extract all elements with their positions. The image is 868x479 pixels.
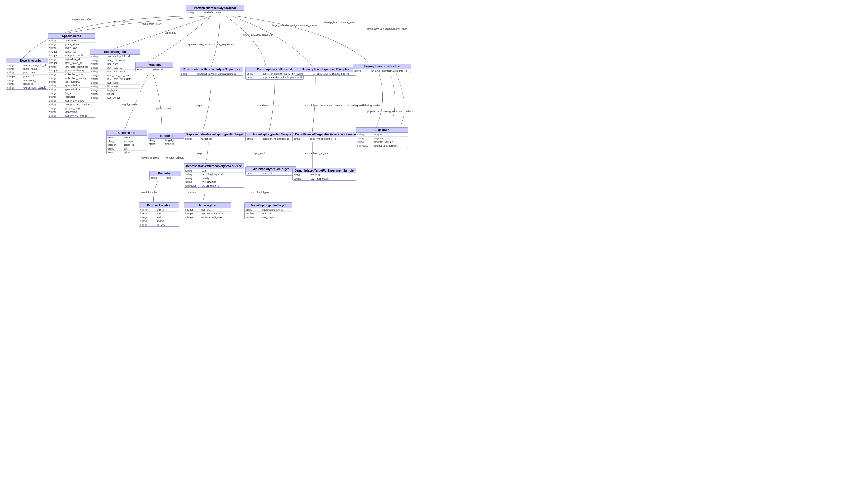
rel-postprocessing: postprocessing_bioinformatics_infos xyxy=(368,28,407,30)
entity-row: stringgeo_admin3 xyxy=(48,88,95,91)
entity-row: integersamp_taxon_id xyxy=(48,54,95,58)
rel-specimen-infos: specimen_infos xyxy=(113,20,130,23)
rel-demux-method: demultiplexing_method xyxy=(356,104,381,107)
entity-row: stringstrand xyxy=(139,219,179,223)
entity-row: stringtarget_id xyxy=(246,172,296,175)
entity-row: stringexperiment_sample_id xyxy=(292,137,359,140)
entity-row: integerreplacement_size xyxy=(184,216,231,219)
rel-target-genome: target_genome xyxy=(122,103,138,105)
entity-row: stringseq_center xyxy=(90,96,140,99)
entity-sequencing-info: SequencingInfo stringsequencing_info_id … xyxy=(90,49,140,100)
entity-row: stringsequencing_info_id xyxy=(90,55,140,58)
entity-row: stringquality xyxy=(184,177,244,180)
entity-row: stringtar_amp_bioinformatics_info_id xyxy=(296,72,355,75)
entity-header-demux-exp-samples: DemultiplexedExperimentSamples xyxy=(296,67,355,72)
entity-row: stringcollection_country xyxy=(48,76,95,80)
rel-demux-exp-samples: demultiplexed_experiment_samples xyxy=(304,104,343,107)
entity-header-micro-haplotype-for-target: MicrohaplotypeForTarget xyxy=(245,203,292,208)
entity-micro-for-sample: MicrohaplotypesForSample stringexperimen… xyxy=(245,132,299,141)
entity-bio-method: BioMethod stringprogram stringpurpose st… xyxy=(356,127,408,148)
entity-panel-info: PanelInfo stringpanel_id xyxy=(135,62,173,71)
entity-row: integerseq_start xyxy=(184,208,231,212)
entity-header-sequencinginfo: SequencingInfo xyxy=(90,50,140,55)
entity-demux-exp-samples: DemultiplexedExperimentSamples stringtar… xyxy=(295,67,356,76)
rel-targets: targets xyxy=(195,104,203,107)
entity-row: stringcollection_date xyxy=(48,73,95,76)
entity-primer-info: PrimerInfo stringseq xyxy=(149,171,181,180)
entity-row: integerseq_segment_size xyxy=(184,212,231,216)
rel-insert-location: insert_location xyxy=(141,191,157,194)
entity-row: integerhost_taxon_id xyxy=(48,61,95,65)
entity-micro-detected: MicrohaplotypesDetected stringtar_amp_bi… xyxy=(245,67,304,79)
entity-rep-micro-seqs: RepresentativeMicrohaplotypeSequences st… xyxy=(180,67,243,76)
entity-row: stringplate_name xyxy=(48,42,95,46)
rel-masking: masking xyxy=(188,191,197,194)
entity-micro-haplotype-for-target: MicrohaplotypeForTarget stringmicrohaplo… xyxy=(245,202,292,219)
entity-row: stringprogram_version xyxy=(356,140,408,144)
entity-row: stringListadditional_argument xyxy=(356,144,408,148)
entity-row: stringgeo_admin2 xyxy=(48,84,95,88)
entity-row: stringname xyxy=(107,136,147,139)
entity-row: stringsamp_store_loc xyxy=(48,99,95,103)
rel-micro-detected: microhaplotypes_detected xyxy=(243,33,272,36)
entity-row: stringseq xyxy=(184,169,244,173)
entity-header-specimeninfo: SpecimenInfo xyxy=(48,34,95,39)
entity-row: stringseq xyxy=(150,176,181,180)
entity-row: stringexperiment_sample_id xyxy=(6,86,55,89)
entity-row: stringlib_kit xyxy=(90,92,140,96)
rel-microhaplotypes: microhaplotypes xyxy=(251,191,269,194)
entity-row: integerparasite_density xyxy=(48,69,95,73)
entity-row: stringprogram xyxy=(356,133,408,136)
rel-target-results: target_results xyxy=(252,152,267,155)
entity-demux-targets-for-exp: DemultiplexedTargetsForExperimentSample … xyxy=(292,132,359,141)
rel-pop-cluster: population_clustering_additional_methods xyxy=(368,110,413,113)
entity-row: stringurl xyxy=(107,147,147,151)
entity-row: stringspecimen_id xyxy=(48,39,95,42)
entity-row: doubleread_count xyxy=(245,212,292,216)
entity-row: stringseq_date xyxy=(90,62,140,66)
entity-row: stringchrom xyxy=(139,208,179,212)
entity-row: stringgtf_url xyxy=(107,151,147,154)
rel-seqs: seqs xyxy=(197,152,202,155)
entity-header-taramp-bio: TarAmpBioinformaticsInfo xyxy=(353,64,410,69)
entity-row: stringtar_amp_bioinformatics_info_id xyxy=(246,72,303,76)
entity-genome-info: GenomeInfo stringname stringversion inte… xyxy=(106,130,147,155)
entity-row: stringspecimen_id xyxy=(6,78,55,82)
entity-rep-micro-for-target: RepresentativeMicrohaplotypesForTarget s… xyxy=(184,132,246,141)
entity-micro-for-target: MicrohaplotypesForTarget stringtarget_id xyxy=(245,166,296,175)
entity-header-demux-targets-for-exp: DemultiplexedTargetsForExperimentSample xyxy=(292,132,359,137)
entity-row: stringtarget_id xyxy=(292,173,355,177)
entity-row: stringpseudocigar xyxy=(184,180,244,184)
entity-row: stringrepresentative_microhaplotype_id xyxy=(246,76,303,79)
entity-target-info: TargetInfo stringtarget_id stringgene_id xyxy=(148,133,185,146)
entity-row: stringplate_row xyxy=(6,71,55,75)
entity-row: stringcollector xyxy=(48,95,95,99)
entity-row: stringalternate_identifiers xyxy=(48,65,95,69)
entity-row: stringtarget_id xyxy=(148,138,185,142)
entity-row: integerplate_col xyxy=(48,50,95,54)
entity-portable-microhaplotype-object: PortableMicrohaplotypeObject string anal… xyxy=(186,5,244,14)
entity-header-demux-target-for-exp: DemultiplexedTargetForExperimentSample xyxy=(292,168,355,173)
entity-row: stringmicrohaplotype_id xyxy=(245,208,292,212)
entity-row: stringproject_name xyxy=(48,106,95,110)
entity-header-micro-for-target: MicrohaplotypesForTarget xyxy=(246,167,296,172)
entity-header-rep-micro-seqs: RepresentativeMicrohaplotypeSequences xyxy=(180,67,243,72)
entity-row: stringpanel_id xyxy=(136,68,173,71)
entity-row: stringsample_comments xyxy=(48,114,95,118)
entity-row: stringindividual_id xyxy=(48,58,95,61)
entity-header-portable: PortableMicrohaplotypeObject xyxy=(186,5,244,11)
entity-row: stringgene_id xyxy=(148,142,185,146)
rel-fwd-primers: forward_primers xyxy=(141,156,159,159)
rel-panel-targets: panel_targets xyxy=(156,107,171,110)
entity-header-bio-method: BioMethod xyxy=(356,128,408,133)
entity-header-experimentinfo: ExperimentInfo xyxy=(6,58,55,63)
entity-row: stringlib_layout xyxy=(90,89,140,92)
entity-taramp-bio-info: TarAmpBioinformaticsInfo stringtar_amp_b… xyxy=(353,64,411,73)
entity-header-rep-micro-for-target: RepresentativeMicrohaplotypesForTarget xyxy=(184,132,246,137)
entity-row: stringnucl_acid_amp xyxy=(90,70,140,73)
rel-experiment-infos: experiment_infos xyxy=(72,18,91,21)
entity-demux-target-for-exp: DemultiplexedTargetForExperimentSample s… xyxy=(292,168,356,181)
diagram-container: experiment_infos specimen_infos sequenci… xyxy=(0,0,868,479)
rel-taramp-bio: taramp_bioinformatics_infos xyxy=(324,21,355,24)
rel-rep-micro-seq: representative_microhaplotype_sequences xyxy=(187,43,234,46)
